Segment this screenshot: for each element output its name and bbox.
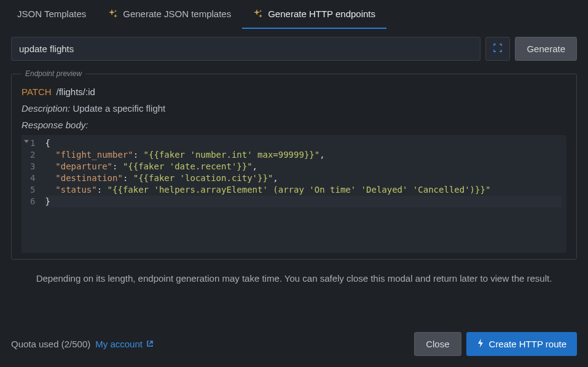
close-button[interactable]: Close xyxy=(414,332,461,356)
code-body: { "flight_number": "{{faker 'number.int'… xyxy=(40,135,566,253)
external-link-icon xyxy=(146,339,154,349)
input-row: Generate xyxy=(0,29,588,67)
description-label: Description: xyxy=(22,103,70,114)
http-method: PATCH xyxy=(22,87,52,97)
create-button-label: Create HTTP route xyxy=(489,339,566,349)
tab-generate-http-endpoints[interactable]: Generate HTTP endpoints xyxy=(242,0,386,29)
endpoint-path: /flights/:id xyxy=(57,87,95,97)
footer: Quota used (2/500) My account Close Crea… xyxy=(0,323,588,367)
sparkle-icon xyxy=(108,9,118,19)
sparkle-icon xyxy=(253,9,263,19)
endpoint-line: PATCH /flights/:id xyxy=(22,87,566,97)
response-body-label: Response body: xyxy=(22,120,566,130)
tab-generate-json-templates[interactable]: Generate JSON templates xyxy=(97,0,242,29)
quota-label: Quota used (2/500) xyxy=(11,339,90,349)
code-editor[interactable]: 123456 { "flight_number": "{{faker 'numb… xyxy=(22,135,566,253)
target-brackets-button[interactable] xyxy=(485,37,510,61)
bolt-icon xyxy=(477,339,484,349)
tabs-bar: JSON Templates Generate JSON templates G… xyxy=(0,0,588,29)
prompt-input[interactable] xyxy=(11,37,480,61)
endpoint-preview-panel: Endpoint preview PATCH /flights/:id Desc… xyxy=(11,69,577,260)
tab-json-templates[interactable]: JSON Templates xyxy=(6,0,97,29)
account-link-text: My account xyxy=(95,339,143,349)
my-account-link[interactable]: My account xyxy=(95,339,154,349)
preview-legend: Endpoint preview xyxy=(22,69,85,78)
target-brackets-icon xyxy=(492,42,503,55)
create-http-route-button[interactable]: Create HTTP route xyxy=(466,332,577,356)
description-text: Update a specific flight xyxy=(73,103,165,114)
tab-label: Generate HTTP endpoints xyxy=(268,9,375,19)
description-line: Description: Update a specific flight xyxy=(22,103,566,114)
generate-button[interactable]: Generate xyxy=(515,37,577,61)
tab-label: JSON Templates xyxy=(17,9,86,19)
line-gutter: 123456 xyxy=(22,135,40,253)
tab-label: Generate JSON templates xyxy=(123,9,231,19)
info-text: Depending on its length, endpoint genera… xyxy=(0,266,588,296)
